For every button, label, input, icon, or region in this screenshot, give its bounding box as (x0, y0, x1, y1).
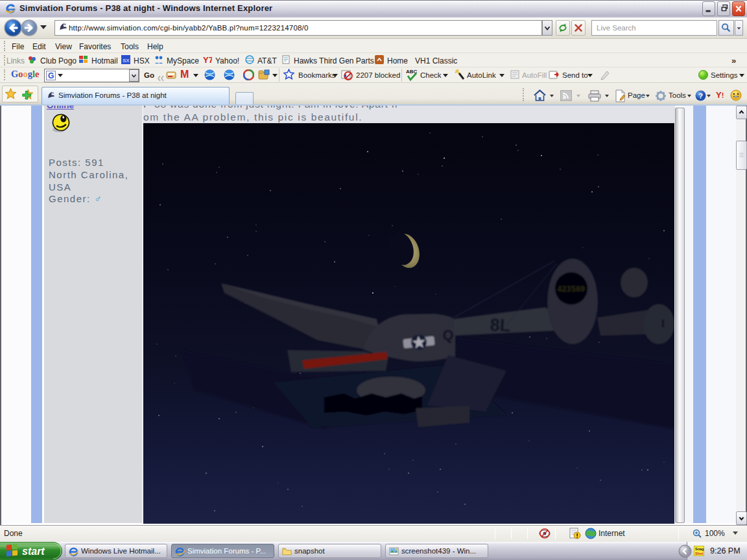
svg-text:423569: 423569 (557, 285, 585, 294)
svg-text:Shot: Shot (695, 552, 703, 555)
svg-text:Y7: Y7 (203, 55, 212, 64)
svg-text:Snag: Snag (695, 547, 704, 551)
svg-text:?: ? (698, 92, 703, 100)
svg-text:SX: SX (123, 58, 130, 64)
svg-text:8L: 8L (490, 315, 511, 336)
svg-text:Q: Q (442, 327, 455, 344)
svg-text:start: start (22, 546, 45, 557)
